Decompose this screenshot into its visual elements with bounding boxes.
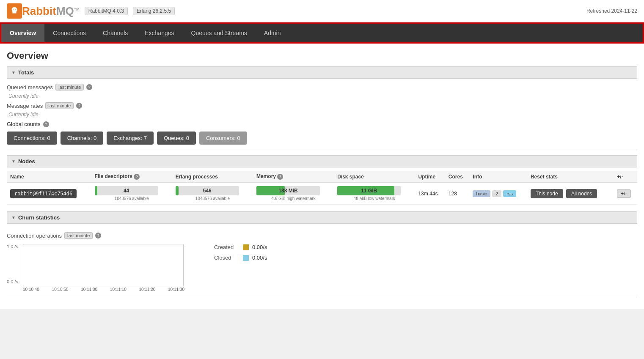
x-label-2: 10:11:00 — [81, 287, 97, 292]
legend-label-created: Created — [214, 244, 239, 250]
disk-space-cell: 11 GiB 48 MiB low watermark — [334, 183, 415, 205]
count-buttons: Connections: 0 Channels: 0 Exchanges: 7 … — [7, 132, 637, 145]
col-uptime: Uptime — [415, 171, 445, 183]
col-file-desc: File descriptors ? — [91, 171, 172, 183]
page-title: Overview — [7, 50, 637, 61]
reset-all-nodes-btn[interactable]: All nodes — [566, 189, 597, 198]
churn-time-badge[interactable]: last minute — [64, 232, 93, 239]
churn-arrow: ▼ — [11, 215, 16, 220]
totals-label: Totals — [18, 69, 34, 76]
col-cores: Cores — [445, 171, 470, 183]
nodes-section-header[interactable]: ▼ Nodes — [7, 155, 637, 167]
disk-sub: 48 MiB low watermark — [337, 196, 411, 201]
memory-bar: 183 MiB — [256, 186, 320, 195]
logo-area: RabbitMQTM RabbitMQ 4.0.3 Erlang 26.2.5.… — [7, 3, 175, 19]
disk-bar: 11 GiB — [337, 186, 401, 195]
col-disk: Disk space — [334, 171, 415, 183]
memory-help[interactable]: ? — [277, 174, 283, 180]
totals-section-header[interactable]: ▼ Totals — [7, 66, 637, 79]
nav-item-channels[interactable]: Channels — [94, 24, 136, 42]
conn-ops-row: Connection operations last minute ? — [7, 232, 637, 239]
nav-item-overview[interactable]: Overview — [1, 24, 44, 42]
memory-cell: 183 MiB 4.6 GiB high watermark — [253, 183, 334, 205]
legend-item-created: Created 0.00/s — [214, 244, 267, 250]
queues-count-btn[interactable]: Queues: 0 — [157, 132, 196, 145]
churn-section-header[interactable]: ▼ Churn statistics — [7, 211, 637, 224]
nodes-arrow: ▼ — [11, 159, 16, 164]
churn-wrapper: ▼ Churn statistics Connection operations… — [7, 211, 637, 297]
x-label-4: 10:11:20 — [139, 287, 155, 292]
uptime-cell: 13m 44s — [415, 183, 445, 205]
time-range-badge-1[interactable]: last minute — [55, 84, 84, 90]
col-memory: Memory ? — [253, 171, 334, 183]
x-label-3: 10:11:10 — [110, 287, 127, 292]
file-desc-bar: 44 — [95, 186, 158, 195]
x-label-0: 10:10:40 — [23, 287, 39, 292]
info-rss-link[interactable]: rss — [503, 190, 516, 197]
channels-count-btn[interactable]: Channels: 0 — [61, 132, 103, 145]
info-links: basic 2 rss — [473, 190, 523, 197]
chart-area: 1.0 /s 0.0 /s 10:10:40 10:10:50 10:11:00… — [7, 244, 184, 292]
x-label-1: 10:10:50 — [52, 287, 69, 292]
erlang-version: Erlang 26.2.5.5 — [133, 7, 175, 15]
churn-section: Connection operations last minute ? 1.0 … — [7, 227, 637, 297]
erlang-proc-sub: 1048576 available — [176, 196, 250, 201]
queued-messages-help[interactable]: ? — [86, 84, 92, 90]
totals-section: Queued messages last minute ? Currently … — [7, 79, 637, 150]
global-counts-help[interactable]: ? — [43, 121, 49, 127]
col-reset: Reset stats — [527, 171, 614, 183]
legend-item-closed: Closed 0.00/s — [214, 255, 267, 261]
x-labels: 10:10:40 10:10:50 10:11:00 10:11:10 10:1… — [23, 287, 184, 292]
info-cell: basic 2 rss — [469, 183, 527, 205]
rabbit-icon — [7, 3, 22, 19]
nodes-table: Name File descriptors ? Erlang processes… — [7, 171, 637, 205]
consumers-count-btn[interactable]: Consumers: 0 — [199, 132, 247, 145]
nodes-label: Nodes — [18, 158, 35, 164]
exchanges-count-btn[interactable]: Exchanges: 7 — [107, 132, 154, 145]
time-range-badge-2[interactable]: last minute — [45, 102, 74, 109]
global-counts-row: Global counts ? — [7, 121, 637, 127]
reset-this-node-btn[interactable]: This node — [531, 189, 563, 198]
chart-container: 1.0 /s 0.0 /s 10:10:40 10:10:50 10:11:00… — [7, 244, 637, 292]
svg-point-0 — [13, 9, 14, 10]
memory-sub: 4.6 GiB high watermark — [256, 196, 330, 201]
plus-minus-btn[interactable]: +/- — [617, 189, 630, 198]
info-basic-link[interactable]: basic — [473, 190, 490, 197]
nav-item-queues-streams[interactable]: Queues and Streams — [183, 24, 256, 42]
x-label-5: 10:11:30 — [168, 287, 184, 292]
currently-idle-1: Currently idle — [8, 93, 637, 99]
nav-item-exchanges[interactable]: Exchanges — [136, 24, 182, 42]
file-desc-value: 44 — [95, 188, 158, 194]
disk-value: 11 GiB — [337, 188, 401, 194]
table-row: rabbit@9f1174c754d6 44 1048576 available… — [7, 183, 637, 205]
top-bar: RabbitMQTM RabbitMQ 4.0.3 Erlang 26.2.5.… — [0, 0, 644, 22]
y-label-top: 1.0 /s — [7, 244, 18, 249]
logo: RabbitMQTM — [7, 3, 80, 19]
message-rates-help[interactable]: ? — [76, 103, 82, 109]
chart-legend: Created 0.00/s Closed 0.00/s — [214, 244, 267, 261]
churn-label: Churn statistics — [18, 214, 60, 221]
nav-item-connections[interactable]: Connections — [44, 24, 94, 42]
queued-messages-label: Queued messages — [7, 84, 53, 90]
global-counts-label: Global counts — [7, 121, 41, 127]
conn-ops-help[interactable]: ? — [95, 233, 101, 238]
col-name: Name — [7, 171, 91, 183]
file-descriptors-cell: 44 1048576 available — [91, 183, 172, 205]
message-rates-row: Message rates last minute ? — [7, 102, 637, 109]
legend-value-closed: 0.00/s — [252, 255, 267, 261]
nav-bar: Overview Connections Channels Exchanges … — [0, 22, 644, 44]
memory-value: 183 MiB — [256, 188, 320, 194]
col-erlang-proc: Erlang processes — [172, 171, 253, 183]
connections-count-btn[interactable]: Connections: 0 — [7, 132, 57, 145]
nav-item-admin[interactable]: Admin — [256, 24, 289, 42]
erlang-proc-value: 546 — [176, 188, 239, 194]
legend-color-closed — [243, 255, 249, 261]
cores-cell: 128 — [445, 183, 470, 205]
totals-arrow: ▼ — [11, 70, 16, 75]
queued-messages-row: Queued messages last minute ? — [7, 84, 637, 90]
file-desc-help[interactable]: ? — [134, 174, 140, 180]
nodes-section: Name File descriptors ? Erlang processes… — [7, 171, 637, 205]
message-rates-label: Message rates — [7, 103, 43, 109]
file-desc-sub: 1048576 available — [95, 196, 169, 201]
info-num-link[interactable]: 2 — [492, 190, 501, 197]
